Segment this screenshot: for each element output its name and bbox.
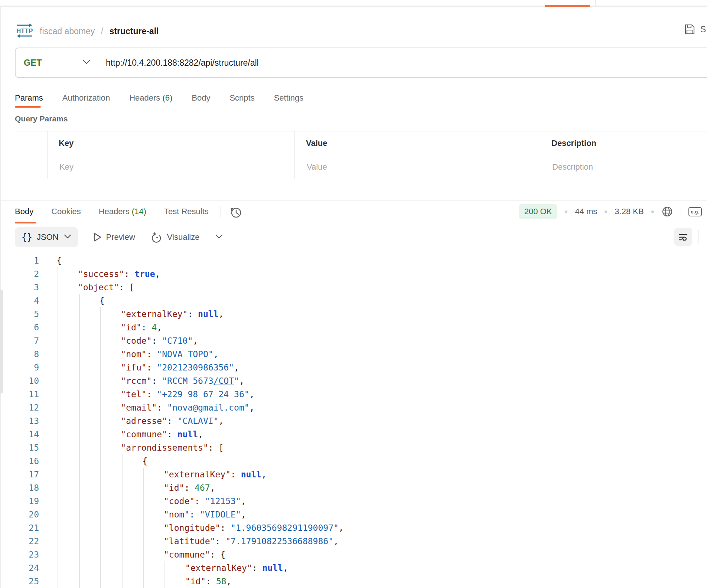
response-tab-body[interactable]: Body bbox=[15, 207, 33, 216]
http-request-icon: HTTP bbox=[16, 23, 33, 39]
code-line: 13"adresse": "CALAVI", bbox=[0, 414, 707, 428]
line-number: 1 bbox=[0, 254, 39, 267]
visualize-label: Visualize bbox=[167, 232, 200, 242]
code-line: 19"code": "12153", bbox=[0, 494, 707, 508]
request-header-row: HTTP fiscad abomey / structure-all S bbox=[0, 7, 707, 44]
tab-headers[interactable]: Headers(6) bbox=[129, 93, 172, 103]
tab-separator bbox=[682, 0, 682, 6]
code-line: 21"longitude": "1.96035698291190097", bbox=[0, 521, 707, 535]
response-headers-count-badge: (14) bbox=[132, 207, 146, 216]
method-selector[interactable]: GET bbox=[16, 48, 96, 77]
query-params-title: Query Params bbox=[15, 114, 68, 123]
save-icon bbox=[684, 24, 695, 35]
code-lines: 1{2"success": true,3"object": [4{5"exter… bbox=[0, 254, 707, 588]
save-button[interactable]: S bbox=[684, 24, 706, 35]
line-number: 22 bbox=[0, 535, 39, 548]
code-line: 9"ifu": "2021230986356", bbox=[0, 361, 707, 374]
param-description-input[interactable] bbox=[551, 162, 693, 172]
query-params-table: Key Value Description bbox=[15, 131, 707, 179]
response-tab-cookies[interactable]: Cookies bbox=[51, 207, 81, 216]
save-as-example-button[interactable]: e.g. bbox=[688, 207, 702, 216]
code-line: 17"externalKey": null, bbox=[0, 468, 707, 481]
code-line: 4{ bbox=[0, 294, 707, 307]
code-line: 3"object": [ bbox=[0, 281, 707, 294]
breadcrumb-separator: / bbox=[101, 26, 103, 36]
tab-settings[interactable]: Settings bbox=[274, 93, 304, 103]
line-number: 2 bbox=[0, 267, 39, 281]
preview-button[interactable]: Preview bbox=[93, 232, 135, 242]
line-number: 9 bbox=[0, 361, 39, 374]
param-key-input[interactable] bbox=[59, 162, 273, 172]
dot-separator bbox=[565, 210, 567, 213]
dot-separator bbox=[651, 210, 654, 213]
code-line: 6"id": 4, bbox=[0, 321, 707, 334]
json-braces-icon: {} bbox=[22, 232, 32, 242]
response-tabs: Body Cookies Headers(14) Test Results bbox=[15, 204, 209, 219]
row-checkbox-cell[interactable] bbox=[15, 155, 48, 179]
breadcrumb-request-title[interactable]: structure-all bbox=[109, 26, 159, 36]
column-header-description: Description bbox=[540, 131, 707, 155]
column-header-key: Key bbox=[48, 131, 295, 155]
tab-params[interactable]: Params bbox=[15, 93, 43, 103]
line-number: 16 bbox=[0, 454, 39, 468]
tab-authorization[interactable]: Authorization bbox=[62, 93, 110, 103]
window-tab-strip bbox=[0, 0, 707, 7]
line-number: 14 bbox=[0, 428, 39, 441]
code-line: 16{ bbox=[0, 454, 707, 468]
line-number: 6 bbox=[0, 321, 39, 334]
play-icon bbox=[93, 232, 102, 242]
table-row bbox=[15, 155, 707, 179]
code-line: 8"nom": "NOVA TOPO", bbox=[0, 347, 707, 361]
select-all-cell[interactable] bbox=[15, 131, 48, 155]
chevron-down-icon bbox=[82, 59, 91, 66]
history-button[interactable] bbox=[229, 205, 243, 219]
format-label: JSON bbox=[37, 232, 59, 242]
line-number: 12 bbox=[0, 401, 39, 414]
visualize-icon bbox=[152, 232, 163, 243]
table-header-row: Key Value Description bbox=[15, 131, 707, 155]
network-info-button[interactable] bbox=[661, 206, 673, 218]
code-line: 12"email": "nova@gmail.com", bbox=[0, 401, 707, 414]
tab-body[interactable]: Body bbox=[192, 93, 210, 103]
tab-separator bbox=[595, 0, 596, 6]
toolbar-right-divider bbox=[698, 230, 698, 244]
code-line: 23"commune": { bbox=[0, 548, 707, 561]
response-size[interactable]: 3.28 KB bbox=[615, 207, 644, 216]
code-line: 25"id": 58, bbox=[0, 575, 707, 588]
line-number: 15 bbox=[0, 441, 39, 454]
request-tabs: Params Authorization Headers(6) Body Scr… bbox=[15, 91, 303, 105]
code-line: 2"success": true, bbox=[0, 267, 707, 281]
response-tab-headers[interactable]: Headers(14) bbox=[99, 207, 146, 216]
response-time[interactable]: 44 ms bbox=[575, 207, 597, 216]
code-line: 5"externalKey": null, bbox=[0, 307, 707, 321]
response-format-dropdown[interactable]: {} JSON bbox=[15, 227, 78, 247]
code-line: 10"rccm": "RCCM 5673/COT", bbox=[0, 374, 707, 388]
line-number: 24 bbox=[0, 561, 39, 575]
param-value-input[interactable] bbox=[306, 162, 518, 172]
response-tab-test-results[interactable]: Test Results bbox=[164, 207, 209, 216]
code-line: 24"externalKey": null, bbox=[0, 561, 707, 575]
code-line: 14"commune": null, bbox=[0, 428, 707, 441]
chevron-down-icon bbox=[64, 234, 71, 241]
url-input[interactable]: http://10.4.200.188:8282/api/structure/a… bbox=[106, 58, 259, 68]
chevron-down-icon[interactable] bbox=[215, 234, 223, 241]
headers-count-badge: (6) bbox=[162, 93, 172, 102]
toolbar-divider bbox=[208, 231, 208, 243]
save-label: S bbox=[700, 24, 706, 35]
wrap-text-button[interactable] bbox=[674, 228, 692, 246]
clock-history-icon bbox=[229, 205, 243, 219]
tab-scripts[interactable]: Scripts bbox=[229, 93, 254, 103]
code-line: 1{ bbox=[0, 254, 707, 267]
active-request-tab-underline bbox=[15, 106, 41, 108]
status-divider bbox=[681, 206, 681, 217]
line-number: 7 bbox=[0, 334, 39, 347]
visualize-button[interactable]: Visualize bbox=[152, 232, 200, 243]
line-number: 13 bbox=[0, 414, 39, 428]
breadcrumb-collection[interactable]: fiscad abomey bbox=[40, 26, 95, 36]
line-number: 11 bbox=[0, 388, 39, 401]
tab-separator bbox=[1, 0, 1, 6]
dot-separator bbox=[605, 210, 607, 213]
response-toolbar: {} JSON Preview Visualize bbox=[15, 227, 223, 247]
status-badge[interactable]: 200 OK bbox=[519, 204, 558, 219]
line-number: 10 bbox=[0, 374, 39, 388]
